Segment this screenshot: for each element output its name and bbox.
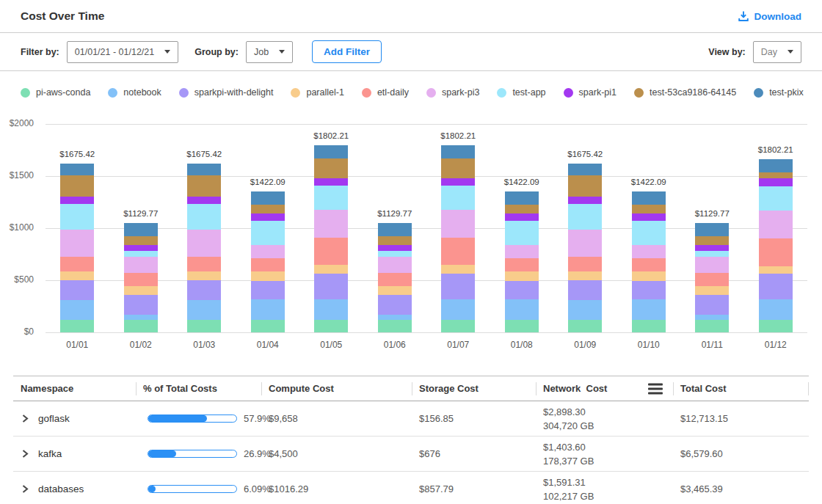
bar-segment-notebook [124,315,158,320]
network-cost-cell: $2,898.30304,720 GB [536,405,673,433]
legend-color-dot [497,88,506,98]
legend-color-dot [179,88,189,98]
legend-item-test-pkix[interactable]: test-pkix [754,87,804,98]
group-by-select[interactable]: Job [246,41,293,63]
column-header-compute-cost: Compute Cost [261,376,412,401]
bar-segment-spark-pi1 [632,213,666,221]
bar-stack-01/12[interactable] [759,159,793,332]
bar-segment-test-app [378,251,412,257]
bar-stack-01/03[interactable] [187,164,221,332]
bar-segment-test-app [251,221,285,245]
bar-segment-test-53ca9186-64145 [60,175,94,197]
x-axis-tick-label: 01/03 [193,340,215,350]
bar-total-label: $1129.77 [695,209,730,218]
y-axis-tick-label: $500 [14,274,34,285]
table-row-goflask[interactable]: goflask57.9%$9,658$156.85$2,898.30304,72… [13,401,809,437]
bar-segment-spark-pi3 [632,245,666,258]
legend-item-spark-pi1[interactable]: spark-pi1 [564,87,616,98]
bar-segment-etl-daily [314,238,348,265]
legend-item-spark-pi3[interactable]: spark-pi3 [426,87,479,98]
bar-segment-test-pkix [568,164,602,175]
bar-segment-etl-daily [187,257,221,271]
storage-cost-cell: $857.79 [412,483,536,494]
table-row-kafka[interactable]: kafka26.9%$4,500$676$1,403.60178,377 GB$… [13,437,809,472]
legend-item-label: sparkpi-with-delight [194,87,274,98]
bar-segment-parallel-1 [124,286,158,295]
bar-segment-test-53ca9186-64145 [314,158,348,178]
namespace-cell[interactable]: kafka [13,448,136,459]
legend-item-parallel-1[interactable]: parallel-1 [291,87,343,98]
bar-total-label: $1802.21 [313,131,349,140]
chevron-right-icon[interactable] [21,449,29,459]
bar-segment-sparkpi-with-delight [505,281,539,299]
bar-segment-spark-pi3 [378,257,412,273]
bar-segment-spark-pi1 [695,245,729,251]
bar-segment-test-53ca9186-64145 [187,175,221,197]
bar-stack-01/01[interactable] [60,164,94,332]
bar-segment-test-app [441,186,475,210]
namespace-name: kafka [38,448,62,459]
legend-item-label: notebook [123,87,161,98]
download-button[interactable]: Download [738,10,802,22]
bar-segment-notebook [441,299,475,320]
namespace-name: databases [38,483,84,494]
total-cost-cell: $12,713.15 [673,413,809,424]
bar-segment-test-app [60,204,94,230]
column-header-network-cost: Network Cost [536,376,673,401]
bar-segment-parallel-1 [759,266,793,274]
date-range-select[interactable]: 01/01/21 - 01/12/21 [67,41,178,63]
bar-segment-test-53ca9186-64145 [441,158,475,178]
bar-stack-01/02[interactable] [124,223,158,332]
add-filter-button[interactable]: Add Filter [312,40,382,63]
namespace-cell[interactable]: databases [13,483,136,494]
legend-item-pi-aws-conda[interactable]: pi-aws-conda [21,87,90,98]
bar-segment-pi-aws-conda [124,320,158,332]
legend-color-dot [291,88,300,98]
bar-stack-01/09[interactable] [568,164,602,332]
date-range-value: 01/01/21 - 01/12/21 [75,47,154,57]
bar-segment-parallel-1 [632,271,666,281]
bar-total-label: $1675.42 [186,150,222,158]
percent-progress-fill [148,450,176,457]
bar-stack-01/08[interactable] [505,191,539,332]
legend-item-test-53ca9186-64145[interactable]: test-53ca9186-64145 [634,87,736,98]
bar-stack-01/04[interactable] [251,191,285,332]
bar-stack-01/11[interactable] [695,223,729,332]
network-gb-value: 102,217 GB [543,489,673,503]
bar-segment-test-pkix [60,164,94,175]
bar-stack-01/05[interactable] [314,145,348,332]
bar-slot-01/02: $1129.7701/02 [109,124,173,332]
chevron-right-icon[interactable] [21,484,29,494]
bar-total-label: $1129.77 [377,209,412,218]
namespace-cell[interactable]: goflask [13,413,136,424]
bar-stack-01/06[interactable] [378,223,412,332]
bar-segment-spark-pi3 [187,230,221,257]
bar-segment-etl-daily [505,258,539,271]
x-axis-tick-label: 01/04 [257,340,279,350]
bar-segment-test-53ca9186-64145 [378,236,412,245]
view-by-select[interactable]: Day [753,41,801,63]
table-row-databases[interactable]: databases6.09%$1016.29$857.79$1,591.3110… [13,472,809,504]
legend-item-sparkpi-with-delight[interactable]: sparkpi-with-delight [179,87,274,98]
network-gb-value: 178,377 GB [543,454,673,468]
y-axis: $2000$1500$1000$500$0 [0,124,34,332]
legend-item-etl-daily[interactable]: etl-daily [362,87,409,98]
legend-color-dot [564,88,573,98]
bar-segment-sparkpi-with-delight [568,280,602,300]
legend-item-test-app[interactable]: test-app [497,87,545,98]
filter-by-label: Filter by: [21,47,59,57]
y-axis-tick-label: $0 [24,326,34,337]
chart-legend: pi-aws-condanotebooksparkpi-with-delight… [0,71,822,103]
column-menu-icon[interactable] [648,383,663,394]
bar-stack-01/10[interactable] [632,191,666,332]
filter-toolbar: Filter by: 01/01/21 - 01/12/21 Group by:… [0,33,822,71]
legend-item-notebook[interactable]: notebook [108,87,161,98]
column-header-namespace: Namespace [13,376,136,401]
view-by-value: Day [761,47,777,57]
chevron-right-icon[interactable] [21,414,29,423]
bar-stack-01/07[interactable] [441,145,475,332]
bar-segment-sparkpi-with-delight [378,295,412,315]
storage-cost-cell: $676 [412,448,536,459]
x-axis-tick-label: 01/06 [384,340,406,350]
bar-segment-spark-pi3 [124,257,158,273]
